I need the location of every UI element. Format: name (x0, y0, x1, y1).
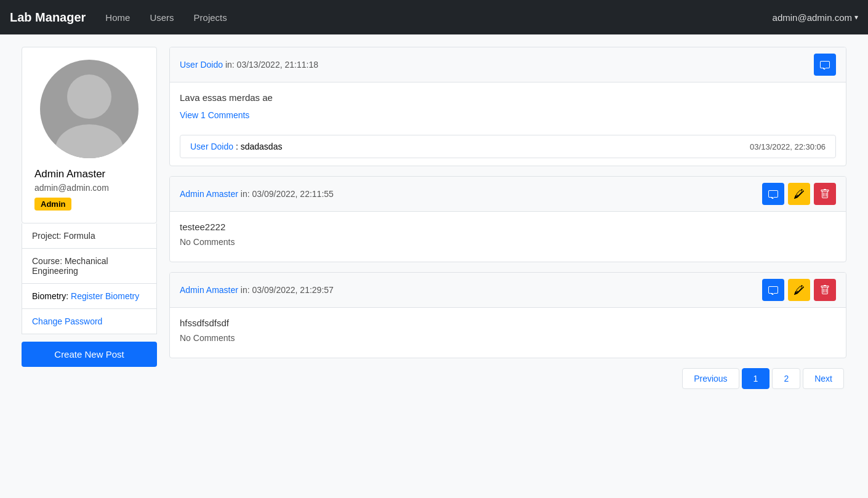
change-password-link[interactable]: Change Password (32, 316, 102, 326)
post-author-link[interactable]: Admin Amaster (180, 189, 238, 199)
previous-button[interactable]: Previous (682, 368, 739, 389)
post-date-label: in: (225, 60, 237, 70)
biometry-row: Biometry: Register Biometry (22, 284, 157, 309)
comment-text: sdadasdas (241, 142, 283, 151)
main-container: Admin Amaster admin@admin.com Admin Proj… (9, 34, 859, 401)
edit-button[interactable] (788, 183, 810, 205)
post-date-label: in: (241, 189, 252, 199)
comment-row: User Doido : sdadasdas 03/13/2022, 22:30… (180, 135, 836, 158)
avatar (40, 60, 139, 158)
role-badge: Admin (34, 198, 71, 211)
comment-author-link[interactable]: User Doido (190, 142, 233, 151)
edit-button[interactable] (788, 279, 810, 301)
comment-separator: : (236, 142, 241, 151)
pagination: Previous 1 2 Next (169, 368, 846, 389)
comment-date: 03/13/2022, 22:30:06 (750, 142, 826, 151)
post-body: Lava essas merdas ae View 1 Comments (170, 82, 846, 130)
post-date-label: in: (241, 285, 252, 295)
post-card: User Doido in: 03/13/2022, 21:11:18 Lava… (169, 47, 846, 166)
next-button[interactable]: Next (803, 368, 844, 389)
nav-projects[interactable]: Projects (189, 10, 232, 25)
delete-button[interactable] (814, 183, 836, 205)
post-actions (814, 54, 836, 76)
project-info: Project: Formula (22, 223, 157, 249)
view-comments-link[interactable]: View 1 Comments (180, 110, 249, 120)
biometry-label: Biometry: (32, 291, 68, 301)
page-2-button[interactable]: 2 (772, 368, 800, 389)
comment-button[interactable] (762, 279, 784, 301)
no-comments-text: No Comments (180, 237, 836, 247)
no-comments-text: No Comments (180, 333, 836, 343)
profile-card: Admin Amaster admin@admin.com Admin (22, 47, 157, 223)
svg-point-1 (55, 124, 123, 158)
post-text: hfssdfsdfsdf (180, 318, 836, 328)
post-body: testee2222 No Comments (170, 212, 846, 262)
post-text: testee2222 (180, 222, 836, 232)
post-meta: Admin Amaster in: 03/09/2022, 21:29:57 (180, 285, 334, 295)
svg-point-0 (67, 74, 111, 119)
nav-users[interactable]: Users (145, 10, 179, 25)
comment-button[interactable] (814, 54, 836, 76)
post-meta: User Doido in: 03/13/2022, 21:11:18 (180, 60, 318, 70)
page-1-button[interactable]: 1 (742, 368, 770, 389)
post-author-link[interactable]: User Doido (180, 60, 223, 70)
profile-name: Admin Amaster (34, 168, 105, 180)
post-body: hfssdfsdfsdf No Comments (170, 308, 846, 358)
post-date: 03/09/2022, 22:11:55 (252, 189, 334, 199)
post-text: Lava essas merdas ae (180, 92, 836, 103)
course-info: Course: Mechanical Engineering (22, 249, 157, 284)
change-password-row: Change Password (22, 309, 157, 334)
post-actions (762, 183, 836, 205)
post-header: Admin Amaster in: 03/09/2022, 21:29:57 (170, 273, 846, 308)
register-biometry-link[interactable]: Register Biometry (71, 291, 139, 301)
post-date: 03/09/2022, 21:29:57 (252, 285, 334, 295)
nav-home[interactable]: Home (100, 10, 135, 25)
post-header: Admin Amaster in: 03/09/2022, 22:11:55 (170, 177, 846, 212)
nav-links: Home Users Projects (100, 10, 772, 25)
user-menu[interactable]: admin@admin.com (773, 12, 858, 23)
create-post-button[interactable]: Create New Post (22, 342, 157, 367)
comment-button[interactable] (762, 183, 784, 205)
profile-email: admin@admin.com (34, 183, 109, 193)
sidebar: Admin Amaster admin@admin.com Admin Proj… (22, 47, 157, 389)
post-author-link[interactable]: Admin Amaster (180, 285, 238, 295)
post-card: Admin Amaster in: 03/09/2022, 22:11:55 (169, 176, 846, 262)
post-card: Admin Amaster in: 03/09/2022, 21:29:57 (169, 272, 846, 358)
navbar: Lab Manager Home Users Projects admin@ad… (0, 0, 868, 34)
comment-content: User Doido : sdadasdas (190, 142, 282, 151)
posts-area: User Doido in: 03/13/2022, 21:11:18 Lava… (169, 47, 846, 389)
post-header: User Doido in: 03/13/2022, 21:11:18 (170, 47, 846, 82)
post-meta: Admin Amaster in: 03/09/2022, 22:11:55 (180, 189, 334, 199)
post-actions (762, 279, 836, 301)
brand-link[interactable]: Lab Manager (10, 10, 86, 25)
post-date: 03/13/2022, 21:11:18 (237, 60, 318, 70)
delete-button[interactable] (814, 279, 836, 301)
